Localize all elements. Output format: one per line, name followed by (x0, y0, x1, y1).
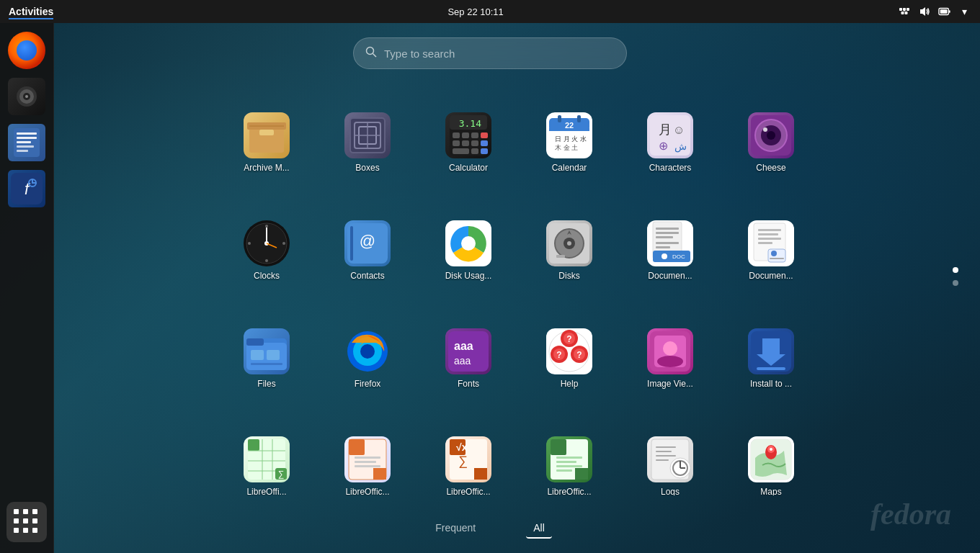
app-grid: Archive M... Boxes 3.14 (72, 79, 966, 495)
sidebar-item-fedora[interactable]: f (6, 168, 47, 209)
diskusage-icon (445, 220, 491, 266)
svg-rect-150 (551, 439, 566, 455)
svg-rect-151 (556, 457, 582, 459)
app-item-calendar[interactable]: 22 日 月 火 水 木 金 土 Calendar (522, 79, 616, 180)
search-bar[interactable] (353, 37, 627, 69)
svg-rect-43 (471, 140, 478, 146)
sidebar-item-speaker[interactable] (6, 76, 47, 117)
lowriter-label: LibreOffic... (345, 487, 389, 495)
pagination (953, 267, 958, 286)
svg-marker-6 (920, 7, 925, 16)
app-item-disks[interactable]: Disks (522, 187, 616, 288)
app-item-diskusage[interactable]: Disk Usag... (422, 187, 515, 288)
app-item-lo-writer[interactable]: LibreOffic... (522, 403, 616, 495)
app-item-clocks[interactable]: Clocks (220, 187, 313, 288)
battery-icon[interactable] (938, 5, 951, 18)
app-item-imageview[interactable]: Image Vie... (623, 295, 717, 396)
bluedoc-sidebar-icon (8, 124, 45, 161)
svg-rect-53 (577, 115, 581, 122)
svg-rect-44 (481, 140, 488, 146)
clocks-icon (244, 220, 290, 266)
grid-dot (14, 528, 19, 533)
svg-rect-27 (259, 130, 274, 135)
app-item-lo-formula[interactable]: √x ∑ LibreOffic... (422, 403, 515, 495)
svg-text:22: 22 (565, 121, 574, 130)
app-item-docviewer2[interactable]: Documen... (724, 187, 818, 288)
imageview-label: Image Vie... (647, 379, 693, 389)
svg-rect-152 (556, 461, 576, 463)
svg-text:aaa: aaa (454, 355, 471, 367)
sidebar-item-firefox[interactable] (6, 30, 47, 71)
activities-button[interactable]: Activities (9, 6, 53, 17)
app-item-lo-calc[interactable]: ∑ LibreOffi... (220, 403, 313, 495)
lowriter2-label: LibreOffic... (547, 487, 591, 495)
svg-rect-131 (248, 439, 259, 451)
network-icon[interactable] (898, 5, 911, 18)
clocks-label: Clocks (254, 271, 280, 281)
app-item-characters[interactable]: 月 ☺ ⊕ ش Characters (623, 79, 717, 180)
svg-point-71 (265, 225, 268, 228)
app-item-docviewer[interactable]: DOC Documen... (623, 187, 717, 288)
app-item-install[interactable]: Install to ... (724, 295, 818, 396)
archive-label: Archive M... (244, 163, 289, 173)
sidebar-item-bluedoc[interactable] (6, 122, 47, 163)
svg-rect-86 (656, 228, 679, 230)
svg-rect-153 (556, 465, 582, 467)
app-item-contacts[interactable]: @ Contacts (321, 187, 414, 288)
svg-point-72 (265, 259, 268, 262)
svg-text:∑: ∑ (458, 454, 468, 468)
loformula-icon: √x ∑ (445, 436, 491, 482)
svg-rect-52 (558, 115, 561, 122)
app-item-files[interactable]: Files (220, 295, 313, 396)
svg-point-65 (763, 127, 767, 132)
svg-rect-99 (768, 249, 785, 262)
bottom-tabs: Frequent All (0, 518, 980, 539)
page-dot-2[interactable] (953, 280, 958, 286)
svg-text:?: ? (576, 350, 582, 360)
svg-rect-37 (453, 132, 460, 138)
svg-rect-39 (471, 132, 478, 138)
localc-icon: ∑ (244, 436, 290, 482)
svg-point-74 (282, 242, 285, 245)
lowriter2-icon (546, 436, 592, 482)
svg-text:ش: ش (674, 140, 687, 153)
svg-text:√x: √x (456, 441, 468, 453)
appgrid-button[interactable] (6, 502, 47, 542)
app-item-fonts[interactable]: aaa aaa Fonts (422, 295, 515, 396)
svg-rect-96 (758, 233, 778, 235)
svg-rect-42 (462, 140, 469, 146)
app-item-calculator[interactable]: 3.14 Calculator (422, 79, 515, 180)
svg-rect-87 (656, 232, 679, 234)
svg-point-110 (360, 344, 375, 359)
app-item-firefox[interactable]: Firefox (321, 295, 414, 396)
app-item-lo-impress[interactable]: LibreOffic... (321, 403, 414, 495)
svg-rect-89 (656, 242, 679, 244)
svg-point-100 (771, 251, 777, 256)
volume-icon[interactable] (918, 5, 931, 18)
app-item-cheese[interactable]: Cheese (724, 79, 818, 180)
search-input[interactable] (384, 48, 615, 60)
tab-frequent[interactable]: Frequent (428, 518, 483, 539)
app-item-help[interactable]: ? ? ? Help (522, 295, 616, 396)
app-item-maps[interactable]: Maps (724, 403, 818, 495)
page-dot-1[interactable] (953, 267, 958, 273)
svg-rect-1 (903, 8, 906, 11)
install-label: Install to ... (750, 379, 792, 389)
svg-rect-3 (901, 12, 904, 14)
svg-point-73 (248, 242, 251, 245)
svg-rect-0 (899, 8, 902, 11)
svg-rect-161 (656, 451, 672, 452)
svg-rect-95 (758, 229, 781, 231)
app-item-logs[interactable]: Logs (623, 403, 717, 495)
svg-text:@: @ (360, 232, 375, 250)
svg-rect-105 (251, 350, 264, 360)
tab-all[interactable]: All (526, 518, 552, 539)
svg-rect-162 (656, 455, 676, 457)
files-label: Files (257, 379, 275, 389)
app-item-boxes[interactable]: Boxes (321, 79, 414, 180)
contacts-label: Contacts (350, 271, 384, 281)
app-item-archive[interactable]: Archive M... (220, 79, 313, 180)
svg-rect-41 (453, 140, 460, 146)
arrow-down-icon[interactable]: ▾ (958, 5, 971, 18)
lowriter-icon (344, 436, 391, 482)
